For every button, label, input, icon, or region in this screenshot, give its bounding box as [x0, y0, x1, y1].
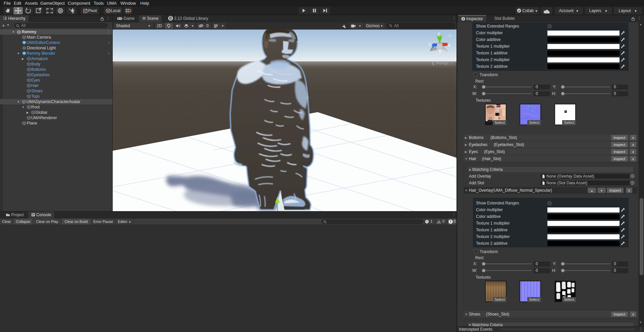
svg-text:x: x [448, 43, 451, 48]
svg-text:z: z [429, 41, 431, 46]
svg-text:❮ Persp: ❮ Persp [431, 60, 447, 66]
svg-text:y: y [438, 31, 440, 36]
